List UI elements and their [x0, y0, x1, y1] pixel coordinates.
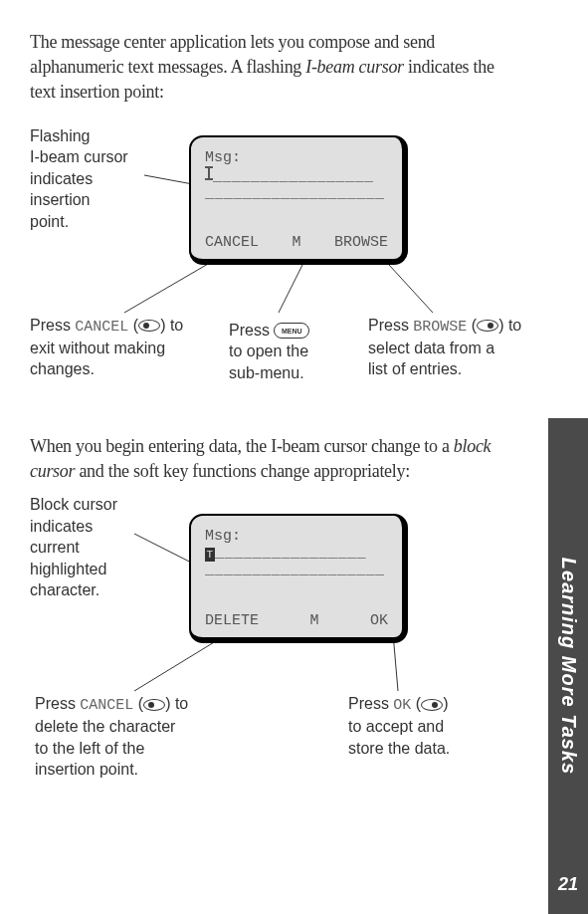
- screen1-title: Msg:: [205, 149, 388, 166]
- screen2-soft-left: DELETE: [205, 612, 259, 629]
- left-softkey-icon: [138, 320, 160, 332]
- c2-l3: sub-menu.: [229, 364, 304, 381]
- c3a: Press: [368, 317, 413, 334]
- phone-screen-1: Msg: _________________ _________________…: [189, 135, 408, 265]
- screen2-soft-right: OK: [370, 612, 388, 629]
- c1-l3: changes.: [30, 360, 95, 377]
- bc-l5: character.: [30, 581, 99, 598]
- c1-l2: exit without making: [30, 340, 165, 356]
- screen2-soft-mid: M: [309, 612, 318, 629]
- c1a: Press: [30, 317, 75, 334]
- screen1-line1: _________________: [213, 168, 374, 185]
- bc-l1: Block cursor: [30, 496, 117, 513]
- o1-l3: store the data.: [348, 740, 450, 757]
- c2-l2: to open the: [229, 343, 308, 359]
- o1c: ): [443, 695, 448, 712]
- c1b: (: [128, 317, 138, 334]
- callout-block-cursor: Block cursor indicates current highlight…: [30, 494, 179, 601]
- diagram-ibeam: Flashing I-beam cursor indicates inserti…: [30, 125, 497, 404]
- screen1-soft-left: CANCEL: [205, 234, 259, 251]
- bc-l2: indicates: [30, 518, 93, 535]
- screen1-soft-mid: M: [292, 234, 300, 251]
- callout-ibeam-cursor: Flashing I-beam cursor indicates inserti…: [30, 125, 179, 233]
- side-tab: Learning More Tasks 21: [548, 418, 588, 914]
- right-softkey-icon-2: [421, 699, 443, 711]
- d1c: ) to: [165, 695, 188, 712]
- c2a: Press: [229, 322, 274, 339]
- callout-l3: indicates: [30, 170, 93, 187]
- callout-l4: insertion: [30, 191, 90, 208]
- callout-l2: I-beam cursor: [30, 148, 128, 165]
- diagram-block: Block cursor indicates current highlight…: [30, 494, 497, 793]
- section2-paragraph: When you begin entering data, the I-beam…: [30, 434, 497, 484]
- s2-part2: and the soft key functions change approp…: [75, 461, 410, 481]
- side-tab-label: Learning More Tasks: [557, 558, 580, 775]
- callout-ok: Press OK () to accept and store the data…: [348, 693, 527, 759]
- callout-menu: Press MENU to open the sub-menu.: [229, 320, 358, 384]
- o1-key: OK: [393, 697, 411, 714]
- left-softkey-icon-2: [143, 699, 165, 711]
- page-number: 21: [558, 874, 578, 894]
- c3b: (: [467, 317, 477, 334]
- c1c: ) to: [160, 317, 183, 334]
- intro-paragraph: The message center application lets you …: [30, 30, 497, 106]
- screen2-line2: ___________________: [205, 562, 388, 578]
- block-cursor-icon: T: [205, 548, 215, 562]
- o1-l2: to accept and: [348, 718, 444, 735]
- o1a: Press: [348, 695, 393, 712]
- callout-l5: point.: [30, 213, 69, 230]
- c3-l3: list of entries.: [368, 360, 462, 377]
- c3-key: BROWSE: [413, 319, 467, 336]
- callout-browse: Press BROWSE () to select data from a li…: [368, 315, 557, 380]
- bc-l4: highlighted: [30, 561, 106, 577]
- c1-key: CANCEL: [75, 319, 128, 336]
- menu-key-icon: MENU: [274, 323, 309, 339]
- d1-key: CANCEL: [80, 697, 133, 714]
- d1-l4: insertion point.: [35, 761, 138, 778]
- bc-l3: current: [30, 539, 80, 556]
- d1b: (: [133, 695, 143, 712]
- intro-italic: I-beam cursor: [305, 57, 404, 77]
- d1a: Press: [35, 695, 80, 712]
- callout-delete: Press CANCEL () to delete the character …: [35, 693, 244, 781]
- right-softkey-icon: [477, 320, 498, 332]
- s2-part1: When you begin entering data, the I-beam…: [30, 436, 454, 456]
- screen1-line2: ___________________: [205, 185, 388, 202]
- ibeam-cursor-icon: [205, 166, 213, 180]
- callout-l1: Flashing: [30, 127, 90, 144]
- callout-cancel: Press CANCEL () to exit without making c…: [30, 315, 229, 380]
- screen2-title: Msg:: [205, 528, 388, 545]
- phone-screen-2: Msg: T________________ _________________…: [189, 514, 408, 643]
- o1b: (: [411, 695, 421, 712]
- screen1-soft-right: BROWSE: [334, 234, 388, 251]
- d1-l2: delete the character: [35, 718, 175, 735]
- d1-l3: to the left of the: [35, 740, 144, 757]
- page-number-box: 21: [548, 874, 588, 904]
- screen2-line1: ________________: [215, 545, 366, 562]
- c3c: ) to: [498, 317, 521, 334]
- c3-l2: select data from a: [368, 340, 494, 356]
